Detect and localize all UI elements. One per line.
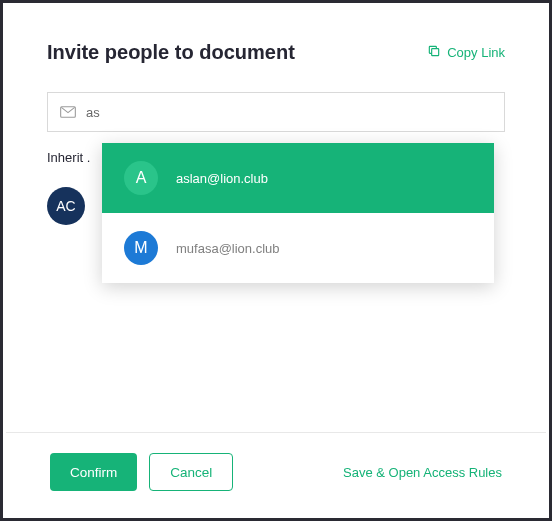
copy-link-label: Copy Link [447,45,505,60]
suggestion-item[interactable]: A aslan@lion.club [102,143,494,213]
svg-rect-0 [432,49,439,56]
suggestion-avatar: A [124,161,158,195]
copy-icon [427,44,441,61]
save-open-access-rules-link[interactable]: Save & Open Access Rules [343,465,502,480]
user-avatar[interactable]: AC [47,187,85,225]
dialog-footer: Confirm Cancel Save & Open Access Rules [6,432,546,515]
confirm-button[interactable]: Confirm [50,453,137,491]
suggestion-item[interactable]: M mufasa@lion.club [102,213,494,283]
suggestion-email: mufasa@lion.club [176,241,280,256]
page-title: Invite people to document [47,41,295,64]
cancel-button[interactable]: Cancel [149,453,233,491]
email-suggestions-dropdown: A aslan@lion.club M mufasa@lion.club [102,143,494,283]
email-input-container[interactable] [47,92,505,132]
suggestion-avatar: M [124,231,158,265]
copy-link-button[interactable]: Copy Link [427,44,505,61]
email-input[interactable] [86,105,492,120]
mail-icon [60,106,76,118]
suggestion-email: aslan@lion.club [176,171,268,186]
